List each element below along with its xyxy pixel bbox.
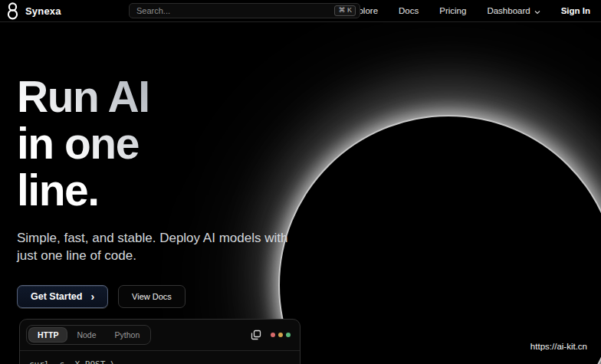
code-language-tabs: HTTP Node Python — [26, 325, 151, 345]
search-placeholder: Search... — [136, 6, 334, 15]
get-started-label: Get Started — [31, 291, 82, 302]
heading-line: in one — [17, 120, 149, 167]
tab-python[interactable]: Python — [107, 328, 149, 342]
eclipse-glow-graphic — [278, 115, 601, 364]
heading-line: Run AI — [17, 74, 149, 120]
nav-item-label: Sign In — [561, 6, 590, 15]
chevron-down-icon — [534, 8, 540, 14]
code-panel: HTTP Node Python curl -s -X POST \ — [19, 319, 300, 364]
tab-node[interactable]: Node — [68, 328, 104, 342]
code-snippet[interactable]: curl -s -X POST \ — [20, 351, 300, 364]
site-url-label: https://ai-kit.cn — [530, 342, 587, 351]
keyboard-shortcut-badge: ⌘ K — [334, 5, 356, 16]
chevron-right-icon: › — [90, 291, 94, 302]
sign-in-button[interactable]: Sign In — [561, 6, 590, 15]
nav-item-label: Docs — [399, 6, 419, 15]
nav-links: Explore Docs Pricing Dashboard Sign In — [348, 6, 590, 15]
nav-item-docs[interactable]: Docs — [399, 6, 419, 15]
view-docs-button[interactable]: View Docs — [118, 285, 186, 308]
navbar: Synexa Search... ⌘ K Explore Docs Pricin… — [0, 0, 601, 22]
nav-item-dashboard[interactable]: Dashboard — [487, 6, 540, 15]
code-panel-header: HTTP Node Python — [20, 320, 300, 350]
search-input[interactable]: Search... ⌘ K — [129, 3, 360, 18]
get-started-button[interactable]: Get Started › — [17, 285, 108, 308]
nav-item-label: Dashboard — [487, 6, 530, 15]
copy-icon[interactable] — [251, 330, 261, 340]
hero-buttons: Get Started › View Docs — [17, 285, 302, 308]
hero-section: Run AI in one line. Simple, fast, and st… — [17, 74, 302, 308]
window-dot-red — [271, 333, 275, 337]
window-dot-yellow — [278, 333, 283, 337]
synexa-logo-icon — [6, 2, 19, 20]
tab-http[interactable]: HTTP — [29, 328, 67, 342]
code-header-actions — [251, 330, 291, 340]
page-title: Run AI in one line. — [17, 74, 149, 214]
brand-name: Synexa — [25, 5, 61, 17]
brand[interactable]: Synexa — [6, 2, 61, 20]
view-docs-label: View Docs — [132, 292, 172, 301]
hero-subtitle: Simple, fast, and stable. Deploy AI mode… — [17, 229, 302, 264]
window-dots — [271, 333, 291, 337]
heading-line: line. — [17, 167, 149, 214]
nav-item-label: Pricing — [439, 6, 466, 15]
window-dot-green — [286, 333, 291, 337]
nav-item-pricing[interactable]: Pricing — [439, 6, 466, 15]
